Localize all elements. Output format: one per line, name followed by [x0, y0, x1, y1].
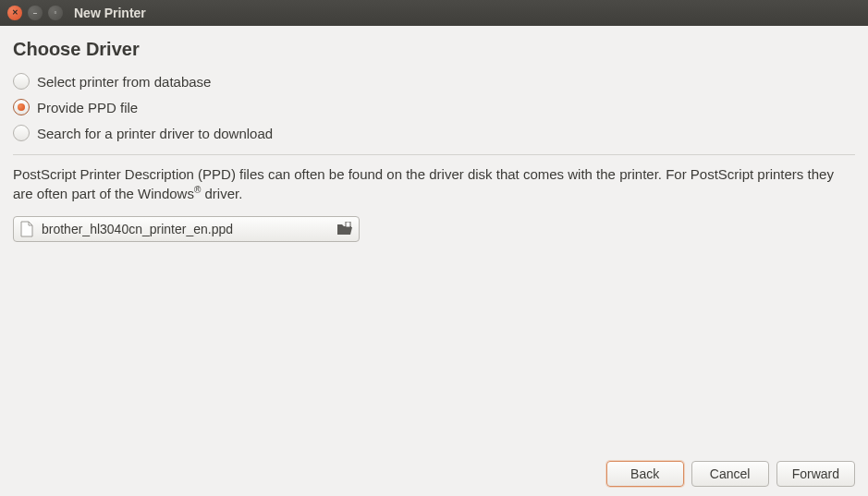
titlebar: ✕ – ▫ New Printer: [0, 0, 868, 26]
radio-option-ppd[interactable]: Provide PPD file: [13, 99, 855, 115]
radio-icon: [13, 125, 30, 141]
radio-label: Search for a printer driver to download: [37, 126, 273, 141]
selected-file-name: brother_hl3040cn_printer_en.ppd: [42, 222, 329, 236]
radio-icon: [13, 73, 30, 90]
radio-option-search[interactable]: Search for a printer driver to download: [13, 125, 855, 141]
radio-icon: [13, 99, 30, 115]
radio-option-database[interactable]: Select printer from database: [13, 73, 855, 90]
forward-button[interactable]: Forward: [776, 461, 855, 487]
ppd-file-chooser[interactable]: brother_hl3040cn_printer_en.ppd: [13, 216, 360, 242]
file-icon: [19, 221, 34, 237]
back-button[interactable]: Back: [606, 461, 684, 487]
window-maximize-button[interactable]: ▫: [48, 6, 63, 20]
driver-source-radio-group: Select printer from database Provide PPD…: [13, 73, 855, 141]
radio-label: Provide PPD file: [37, 100, 138, 115]
cancel-button[interactable]: Cancel: [691, 461, 769, 487]
dialog-footer: Back Cancel Forward: [606, 461, 855, 487]
page-title: Choose Driver: [13, 39, 855, 60]
maximize-icon: ▫: [55, 9, 57, 17]
window-close-button[interactable]: ✕: [7, 6, 22, 20]
dialog-content: Choose Driver Select printer from databa…: [0, 26, 868, 496]
divider: [13, 154, 855, 155]
svg-rect-0: [346, 222, 350, 227]
radio-label: Select printer from database: [37, 74, 211, 90]
minimize-icon: –: [33, 9, 37, 17]
close-icon: ✕: [12, 9, 18, 17]
ppd-description: PostScript Printer Description (PPD) fil…: [13, 164, 855, 203]
window-minimize-button[interactable]: –: [28, 6, 43, 20]
folder-open-icon: [336, 222, 353, 236]
window-title: New Printer: [74, 6, 146, 20]
